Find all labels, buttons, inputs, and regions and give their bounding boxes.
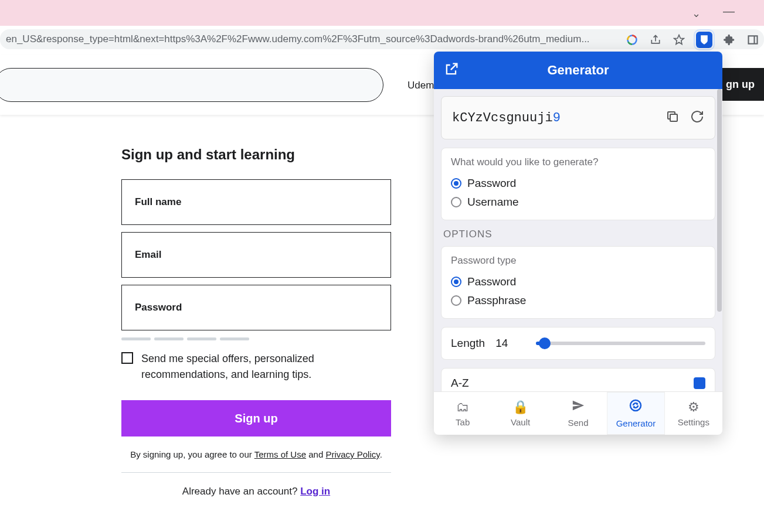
length-value: 14 (495, 337, 508, 350)
email-field[interactable]: Email (121, 232, 391, 278)
popup-body: kCYzVcsgnuuji9 What would you like to ge… (434, 89, 722, 391)
regenerate-icon[interactable] (690, 110, 704, 126)
extensions-icon[interactable] (723, 33, 736, 46)
az-label: A-Z (451, 377, 469, 390)
generated-password-card: kCYzVcsgnuuji9 (441, 96, 715, 139)
terms-text: By signing up, you agree to our Terms of… (121, 449, 391, 473)
terms-of-use-link[interactable]: Terms of Use (254, 449, 306, 459)
password-type-card: Password type Password Passphrase (441, 246, 715, 319)
svg-point-4 (630, 400, 641, 411)
search-input[interactable] (0, 68, 383, 102)
signup-button[interactable]: Sign up (121, 400, 391, 436)
radio-password[interactable]: Password (451, 174, 705, 193)
share-icon[interactable] (649, 33, 662, 46)
nav-tab[interactable]: 🗂Tab (434, 392, 491, 435)
length-label: Length (451, 337, 485, 350)
offers-checkbox-row: Send me special offers, personalized rec… (121, 351, 391, 383)
svg-rect-3 (670, 114, 677, 121)
length-slider[interactable] (536, 342, 705, 345)
scrollbar[interactable] (717, 89, 722, 391)
radio-icon (451, 277, 461, 287)
password-strength (121, 337, 391, 340)
udemy-business-link[interactable]: Udem (408, 80, 434, 91)
panel-icon[interactable] (746, 33, 759, 46)
password-field[interactable]: Password (121, 285, 391, 330)
radio-icon (451, 295, 461, 306)
popup-nav: 🗂Tab 🔒Vault Send Generator ⚙Settings (434, 391, 722, 435)
star-icon[interactable] (673, 33, 685, 46)
toolbar-icons (626, 32, 759, 48)
chevron-down-icon[interactable]: ⌄ (692, 7, 701, 20)
scrollbar-thumb[interactable] (717, 89, 722, 312)
generate-type-label: What would you like to generate? (451, 156, 705, 168)
header-signup-button[interactable]: gn up (717, 68, 764, 101)
popup-header: Generator (434, 52, 722, 89)
offers-checkbox[interactable] (121, 352, 133, 364)
nav-send[interactable]: Send (549, 392, 607, 435)
generate-type-card: What would you like to generate? Passwor… (441, 148, 715, 220)
svg-rect-1 (749, 36, 758, 43)
radio-icon (451, 178, 461, 189)
radio-username[interactable]: Username (451, 193, 705, 212)
radio-icon (451, 197, 461, 207)
gear-icon: ⚙ (688, 400, 700, 415)
offers-label: Send me special offers, personalized rec… (141, 351, 391, 383)
slider-thumb[interactable] (539, 337, 551, 349)
lock-icon: 🔒 (512, 400, 528, 415)
login-prompt: Already have an account? Log in (121, 486, 391, 497)
send-icon (572, 399, 585, 415)
privacy-policy-link[interactable]: Privacy Policy (325, 449, 379, 459)
options-label: OPTIONS (443, 229, 713, 240)
refresh-icon (629, 398, 643, 416)
length-card: Length 14 (441, 327, 715, 360)
folder-icon: 🗂 (456, 400, 469, 415)
nav-vault[interactable]: 🔒Vault (491, 392, 549, 435)
radio-pw-passphrase[interactable]: Passphrase (451, 291, 705, 310)
uppercase-option[interactable]: A-Z (441, 368, 715, 391)
popout-icon[interactable] (443, 61, 460, 81)
bitwarden-extension-icon[interactable] (696, 32, 712, 48)
radio-pw-password[interactable]: Password (451, 272, 705, 291)
url-text: en_US&response_type=html&next=https%3A%2… (6, 33, 590, 45)
login-link[interactable]: Log in (300, 486, 330, 497)
nav-generator[interactable]: Generator (607, 392, 664, 435)
checkbox-checked-icon[interactable] (694, 377, 705, 389)
fullname-field[interactable]: Full name (121, 179, 391, 225)
minimize-icon[interactable]: — (723, 5, 735, 18)
signup-form: Sign up and start learning Full name Ema… (121, 146, 391, 497)
nav-settings[interactable]: ⚙Settings (665, 392, 722, 435)
copy-icon[interactable] (665, 110, 680, 126)
signup-title: Sign up and start learning (121, 146, 391, 163)
google-icon[interactable] (626, 33, 639, 46)
password-type-label: Password type (451, 255, 705, 267)
popup-title: Generator (547, 63, 609, 78)
bitwarden-popup: Generator kCYzVcsgnuuji9 What would you … (434, 52, 722, 435)
generated-password: kCYzVcsgnuuji9 (452, 111, 561, 125)
titlebar-pink: ⌄ — (0, 0, 764, 26)
